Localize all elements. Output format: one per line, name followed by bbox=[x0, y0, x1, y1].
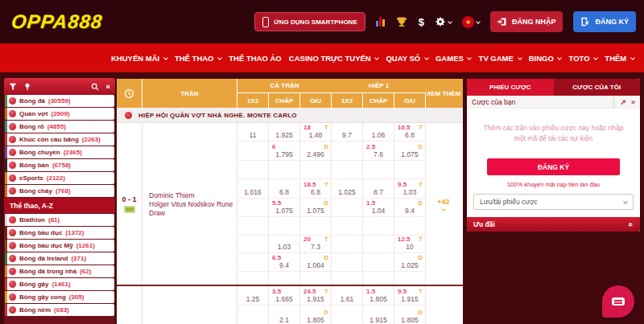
odds-cell-h1-handicap[interactable]: 1.51.04 bbox=[363, 199, 394, 217]
odds-cell-h1-overunder[interactable]: D1.805 bbox=[394, 306, 426, 324]
see-more-markets-button[interactable] bbox=[426, 286, 461, 324]
odds-cell-h1-handicap[interactable] bbox=[363, 161, 394, 179]
odds-cell-h1-handicap[interactable]: 8.7 bbox=[363, 179, 394, 199]
betslip-register-button[interactable]: ĐĂNG KÝ bbox=[487, 158, 620, 175]
odds-cell-ft-handicap[interactable]: 1.03 bbox=[269, 236, 300, 253]
odds-cell-h1-1x2[interactable] bbox=[332, 161, 363, 179]
odds-cell-h1-overunder[interactable]: D1.075 bbox=[394, 141, 426, 161]
currency-icon[interactable]: $ bbox=[419, 16, 424, 28]
tab-my-bets[interactable]: CƯỢC CỦA TÔI bbox=[554, 79, 641, 96]
odds-cell-h1-overunder[interactable]: D9.4 bbox=[394, 199, 426, 217]
sidebar-sport-item[interactable]: Quần vợt (2909) bbox=[5, 108, 114, 120]
odds-cell-h1-overunder[interactable] bbox=[394, 272, 426, 285]
odds-cell-ft-overunder[interactable] bbox=[300, 272, 332, 285]
odds-cell-ft-1x2[interactable] bbox=[237, 253, 269, 272]
smartphone-app-button[interactable]: ỨNG DỤNG SMARTPHONE bbox=[254, 12, 365, 31]
odds-cell-ft-1x2[interactable] bbox=[237, 217, 269, 236]
sidebar-sport-item[interactable]: Bóng đá Ireland (371) bbox=[5, 252, 114, 265]
offers-bar[interactable]: Ưu đãi « bbox=[467, 217, 640, 232]
odds-cell-h1-1x2[interactable]: 1.025 bbox=[332, 179, 363, 199]
login-button[interactable]: ĐĂNG NHẬP bbox=[490, 11, 564, 32]
statistics-icon[interactable] bbox=[376, 17, 385, 27]
filter-icon[interactable] bbox=[9, 83, 17, 91]
sidebar-sport-item[interactable]: Bóng bầu dục Mỹ (1261) bbox=[5, 240, 114, 252]
odds-cell-h1-handicap[interactable] bbox=[363, 236, 394, 253]
odds-cell-h1-1x2[interactable] bbox=[332, 306, 363, 324]
odds-cell-ft-overunder[interactable] bbox=[300, 161, 332, 179]
sidebar-sport-item[interactable]: Bóng ném (683) bbox=[5, 304, 114, 316]
tab-betslip[interactable]: PHIẾU CƯỢC bbox=[467, 79, 554, 96]
sidebar-sport-item[interactable]: Bóng gậy (1461) bbox=[5, 278, 114, 290]
teams-cell[interactable] bbox=[142, 286, 237, 324]
odds-cell-ft-1x2[interactable] bbox=[237, 161, 269, 179]
nav-menu-item[interactable]: KHUYẾN MÃI bbox=[111, 54, 167, 63]
odds-cell-ft-1x2[interactable]: 1.016 bbox=[237, 179, 269, 199]
odds-cell-ft-handicap[interactable] bbox=[269, 161, 300, 179]
odds-cell-ft-1x2[interactable] bbox=[237, 236, 269, 253]
odds-cell-ft-handicap[interactable] bbox=[269, 272, 300, 285]
odds-cell-ft-overunder[interactable]: 18T1.48 bbox=[300, 123, 332, 141]
odds-cell-h1-handicap[interactable]: 1.915 bbox=[363, 306, 394, 324]
nav-menu-item[interactable]: TV GAME bbox=[479, 54, 522, 63]
sidebar-sport-item[interactable]: Khúc côn cầu băng (2263) bbox=[5, 133, 114, 146]
odds-cell-h1-overunder[interactable]: D1.025 bbox=[394, 253, 426, 272]
sidebar-sport-item[interactable]: Bóng đá trong nhà (62) bbox=[5, 265, 114, 277]
sidebar-sport-item[interactable]: Bóng bầu dục (1372) bbox=[5, 227, 114, 239]
odds-cell-ft-1x2[interactable] bbox=[237, 141, 269, 161]
odds-cell-h1-handicap[interactable] bbox=[363, 253, 394, 272]
odds-cell-h1-overunder[interactable]: 9.5T1.03 bbox=[394, 179, 426, 199]
odds-cell-h1-1x2[interactable]: 9.7 bbox=[332, 123, 363, 141]
nav-menu-item[interactable]: GAMES bbox=[436, 54, 471, 63]
nav-menu-item[interactable]: BINGO bbox=[529, 54, 562, 63]
sidebar-sport-item[interactable]: Bóng gậy cong (305) bbox=[5, 291, 114, 303]
odds-cell-ft-1x2[interactable] bbox=[237, 306, 269, 324]
odds-cell-ft-overunder[interactable]: 24.5T1.915 bbox=[300, 286, 332, 306]
odds-cell-ft-handicap[interactable]: 2.1 bbox=[269, 306, 300, 324]
signup-button[interactable]: ĐĂNG KÝ bbox=[573, 11, 636, 32]
odds-cell-h1-1x2[interactable] bbox=[332, 236, 363, 253]
odds-cell-ft-handicap[interactable] bbox=[269, 217, 300, 236]
expand-slip-icon[interactable]: ↗ bbox=[620, 98, 626, 106]
odds-cell-ft-overunder[interactable]: D1.064 bbox=[300, 253, 332, 272]
search-icon[interactable] bbox=[91, 83, 99, 91]
brand-logo[interactable]: OPPA888 bbox=[10, 10, 104, 33]
language-flag-selector[interactable]: ★ bbox=[462, 16, 480, 28]
odds-cell-h1-handicap[interactable] bbox=[363, 272, 394, 285]
odds-cell-h1-overunder[interactable]: 10.5T6.8 bbox=[394, 123, 426, 141]
odds-cell-h1-overunder[interactable]: 12.5T10 bbox=[394, 236, 426, 253]
odds-cell-ft-overunder[interactable]: D1.075 bbox=[300, 199, 332, 217]
odds-cell-ft-overunder[interactable]: 20T7.3 bbox=[300, 236, 332, 253]
sidebar-sport-item[interactable]: Bóng bàn (6758) bbox=[5, 159, 114, 171]
league-header-row[interactable]: HIỆP HỘI QUẦN VỢT NHÀ NGHỀ. MONTE CARLO bbox=[117, 108, 463, 123]
odds-cell-ft-handicap[interactable]: 6.59.4 bbox=[269, 253, 300, 272]
live-chat-button[interactable] bbox=[602, 285, 634, 318]
odds-cell-ft-handicap[interactable]: 6.8 bbox=[269, 179, 300, 199]
sidebar-sport-item[interactable]: Biathlon (81) bbox=[5, 214, 114, 226]
nav-menu-item[interactable]: THÊM bbox=[605, 54, 634, 63]
odds-cell-ft-1x2[interactable] bbox=[237, 272, 269, 285]
odds-cell-h1-overunder[interactable] bbox=[394, 161, 426, 179]
odds-cell-ft-1x2[interactable] bbox=[237, 199, 269, 217]
see-more-markets-button[interactable]: +42 bbox=[426, 123, 461, 285]
settings-gear-icon[interactable] bbox=[435, 16, 452, 27]
save-load-slip-select[interactable]: Lưu/tải phiếu cược bbox=[473, 194, 634, 210]
odds-cell-h1-1x2[interactable] bbox=[332, 253, 363, 272]
sidebar-sport-item[interactable]: Bóng rổ (4855) bbox=[5, 121, 114, 133]
odds-cell-ft-handicap[interactable]: 3.51.665 bbox=[269, 286, 300, 306]
odds-cell-ft-overunder[interactable]: 18.5T6.8 bbox=[300, 179, 332, 199]
odds-cell-h1-handicap[interactable]: 1.06 bbox=[363, 123, 394, 141]
odds-cell-h1-handicap[interactable]: 1.51.805 bbox=[363, 286, 394, 306]
odds-cell-h1-overunder[interactable] bbox=[394, 217, 426, 236]
odds-cell-h1-1x2[interactable] bbox=[332, 272, 363, 285]
sidebar-sport-item[interactable]: Bóng đá (30559) bbox=[5, 95, 114, 107]
sidebar-sport-item[interactable]: Bóng chuyền (2365) bbox=[5, 146, 114, 158]
collapse-sidebar-icon[interactable]: « bbox=[105, 82, 110, 91]
odds-cell-h1-1x2[interactable] bbox=[332, 199, 363, 217]
odds-cell-ft-handicap[interactable]: 5.51.075 bbox=[269, 199, 300, 217]
nav-menu-item[interactable]: THỂ THAO bbox=[175, 54, 221, 63]
collapse-slip-icon[interactable]: » bbox=[631, 98, 635, 106]
odds-cell-h1-handicap[interactable] bbox=[363, 217, 394, 236]
trophy-icon[interactable] bbox=[395, 16, 408, 27]
odds-cell-h1-1x2[interactable]: 1.61 bbox=[332, 286, 363, 306]
odds-cell-h1-1x2[interactable] bbox=[332, 217, 363, 236]
